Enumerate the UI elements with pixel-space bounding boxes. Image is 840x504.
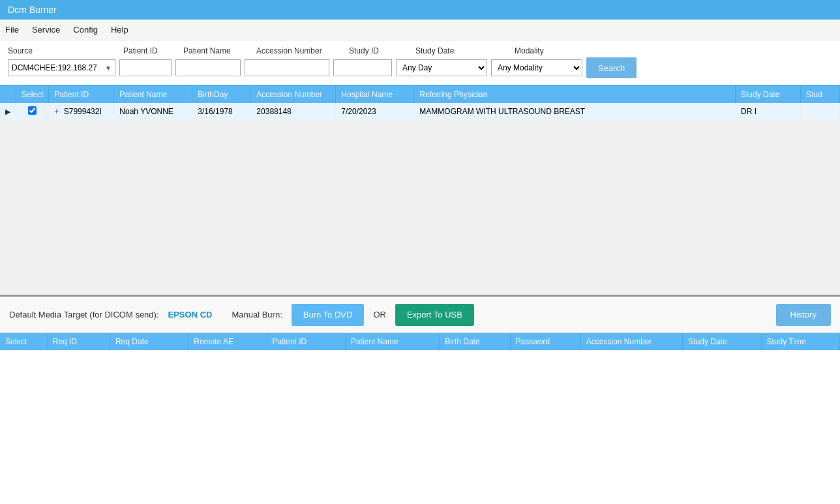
expand-icon[interactable]: + xyxy=(54,107,59,116)
queue-table-area: Select Req ID Req Date Remote AE Patient… xyxy=(0,333,840,504)
menu-file[interactable]: File xyxy=(5,25,19,35)
modality-label: Modality xyxy=(515,46,606,55)
patient-id-label: Patient ID xyxy=(123,46,175,55)
menu-help[interactable]: Help xyxy=(111,25,128,35)
cell-hospital-name: 7/20/2023 xyxy=(336,103,414,121)
q-col-accession-number: Accession Number xyxy=(580,333,682,350)
q-col-study-date: Study Date xyxy=(683,333,761,350)
patient-name-input[interactable] xyxy=(175,59,241,76)
study-date-label: Study Date xyxy=(415,46,507,55)
top-data-table: Select Patient ID Patient Name BirthDay … xyxy=(0,86,840,121)
export-usb-button[interactable]: Export To USB xyxy=(395,304,474,326)
q-col-req-id: Req ID xyxy=(47,333,110,350)
source-dropdown[interactable]: DCM4CHEE:192.168.27 ▼ xyxy=(8,59,115,76)
manual-burn-label: Manual Burn: xyxy=(232,310,282,319)
bottom-panel: Default Media Target (for DICOM send): E… xyxy=(0,297,840,504)
q-col-select: Select xyxy=(0,333,47,350)
source-dropdown-arrow: ▼ xyxy=(105,65,112,72)
q-col-remote-ae: Remote AE xyxy=(188,333,267,350)
history-button[interactable]: History xyxy=(776,304,831,326)
burn-dvd-button[interactable]: Burn To DVD xyxy=(292,304,365,326)
target-value: EPSON CD xyxy=(168,310,213,319)
q-col-password: Password xyxy=(510,333,580,350)
col-stud: Stud xyxy=(801,86,840,103)
col-patient-id: Patient ID xyxy=(49,86,114,103)
cell-patient-id: + S7999432I xyxy=(49,103,114,121)
study-date-select[interactable]: Any Day Today Yesterday Last 7 Days Last… xyxy=(396,59,487,76)
col-hospital-name: Hospital Name xyxy=(336,86,414,103)
cell-accession-number: 20388148 xyxy=(251,103,336,121)
cell-patient-name: Noah YVONNE xyxy=(114,103,192,121)
accession-number-label: Accession Number xyxy=(256,46,341,55)
bottom-action-bar: Default Media Target (for DICOM send): E… xyxy=(0,297,840,333)
study-id-input[interactable] xyxy=(333,59,392,76)
search-button[interactable]: Search xyxy=(586,57,637,78)
menu-service[interactable]: Service xyxy=(32,25,60,35)
patient-name-label: Patient Name xyxy=(183,46,248,55)
cell-referring-physician: MAMMOGRAM WITH ULTRASOUND BREAST xyxy=(414,103,736,121)
cell-study-date: DR I xyxy=(736,103,801,121)
modality-select[interactable]: Any Modality CR CT MR US DX MG xyxy=(491,59,582,76)
col-select: Select xyxy=(16,86,49,103)
patient-id-input[interactable] xyxy=(119,59,172,76)
top-panel: Source Patient ID Patient Name Accession… xyxy=(0,40,840,297)
col-accession-number: Accession Number xyxy=(251,86,336,103)
queue-table-header-row: Select Req ID Req Date Remote AE Patient… xyxy=(0,333,840,350)
menu-bar: File Service Config Help xyxy=(0,20,840,40)
q-col-patient-id: Patient ID xyxy=(267,333,345,350)
menu-config[interactable]: Config xyxy=(73,25,98,35)
title-bar: Dcm Burner xyxy=(0,0,840,20)
col-birthday: BirthDay xyxy=(192,86,251,103)
top-table-area: Select Patient ID Patient Name BirthDay … xyxy=(0,86,840,295)
row-checkbox[interactable] xyxy=(28,106,37,115)
queue-table: Select Req ID Req Date Remote AE Patient… xyxy=(0,333,840,350)
q-col-patient-name: Patient Name xyxy=(345,333,439,350)
top-table-header-row: Select Patient ID Patient Name BirthDay … xyxy=(0,86,840,103)
q-col-study-time: Study Time xyxy=(761,333,839,350)
row-arrow-indicator: ▶ xyxy=(0,103,16,121)
q-col-birth-date: Birth Date xyxy=(440,333,510,350)
default-target-label: Default Media Target (for DICOM send): xyxy=(9,310,159,319)
or-label: OR xyxy=(373,310,386,319)
row-checkbox-cell[interactable] xyxy=(16,103,49,121)
app-title: Dcm Burner xyxy=(8,5,57,15)
search-section: Source Patient ID Patient Name Accession… xyxy=(0,40,840,86)
col-patient-name: Patient Name xyxy=(114,86,192,103)
source-value: DCM4CHEE:192.168.27 xyxy=(12,63,102,72)
table-row[interactable]: ▶ + S7999432I Noah YVONNE 3/16/1978 2038… xyxy=(0,103,840,121)
accession-number-input[interactable] xyxy=(245,59,329,76)
col-study-date: Study Date xyxy=(736,86,801,103)
cell-stud xyxy=(801,103,840,121)
search-inputs-row: DCM4CHEE:192.168.27 ▼ Any Day Today Yest… xyxy=(8,57,832,78)
source-label: Source xyxy=(8,46,115,55)
col-referring-physician: Referring Physician xyxy=(414,86,736,103)
q-col-req-date: Req Date xyxy=(110,333,188,350)
cell-birthday: 3/16/1978 xyxy=(192,103,251,121)
study-id-label: Study ID xyxy=(349,46,408,55)
col-row-indicator xyxy=(0,86,16,103)
main-wrapper: Source Patient ID Patient Name Accession… xyxy=(0,40,840,504)
